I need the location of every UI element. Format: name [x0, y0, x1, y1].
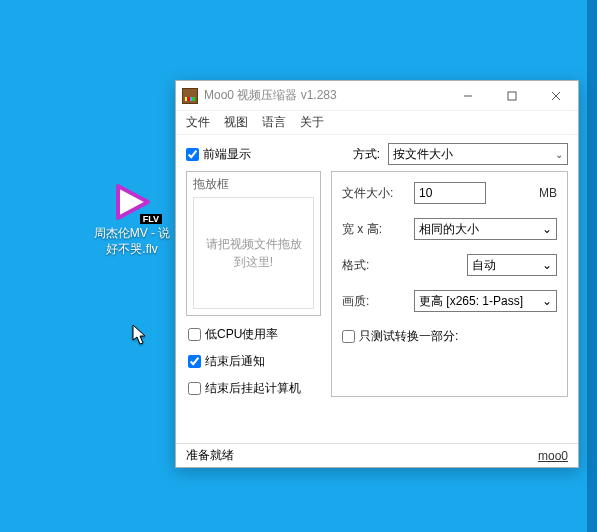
dropzone[interactable]: 拖放框 请把视频文件拖放到这里!: [186, 171, 321, 316]
app-window: Moo0 视频压缩器 v1.283 文件 视图 语言 关于 前端显示 方式:: [175, 80, 579, 468]
menu-language[interactable]: 语言: [262, 114, 286, 131]
mouse-cursor: [132, 324, 148, 346]
app-icon: [182, 88, 198, 104]
video-thumbnail: FLV: [108, 182, 156, 222]
moo0-link[interactable]: moo0: [538, 449, 568, 463]
menu-about[interactable]: 关于: [300, 114, 324, 131]
chevron-down-icon: ⌄: [555, 149, 563, 160]
filesize-unit: MB: [539, 186, 557, 200]
desktop-right-edge: [587, 0, 597, 532]
notify-label: 结束后通知: [205, 353, 265, 370]
low-cpu-input[interactable]: [188, 328, 201, 341]
dimension-label: 宽 x 高:: [342, 221, 406, 238]
notify-checkbox[interactable]: 结束后通知: [188, 353, 321, 370]
dimension-combobox[interactable]: 相同的大小 ⌄: [414, 218, 557, 240]
test-convert-checkbox[interactable]: 只测试转换一部分:: [342, 328, 458, 345]
minimize-button[interactable]: [446, 81, 490, 111]
chevron-down-icon: ⌄: [542, 222, 552, 236]
format-combobox[interactable]: 自动 ⌄: [467, 254, 557, 276]
dropzone-hint: 请把视频文件拖放到这里!: [193, 197, 314, 309]
filesize-input[interactable]: [414, 182, 486, 204]
quality-combobox[interactable]: 更高 [x265: 1-Pass] ⌄: [414, 290, 557, 312]
shutdown-label: 结束后挂起计算机: [205, 380, 301, 397]
maximize-button[interactable]: [490, 81, 534, 111]
status-text: 准备就绪: [186, 447, 234, 464]
menubar: 文件 视图 语言 关于: [176, 111, 578, 135]
front-display-label: 前端显示: [203, 146, 251, 163]
menu-view[interactable]: 视图: [224, 114, 248, 131]
test-convert-input[interactable]: [342, 330, 355, 343]
dropzone-title: 拖放框: [193, 176, 314, 193]
format-label: 格式:: [342, 257, 406, 274]
front-display-input[interactable]: [186, 148, 199, 161]
shutdown-checkbox[interactable]: 结束后挂起计算机: [188, 380, 321, 397]
settings-panel: 文件大小: MB 宽 x 高: 相同的大小 ⌄ 格式: 自动 ⌄: [331, 171, 568, 397]
method-combobox[interactable]: 按文件大小 ⌄: [388, 143, 568, 165]
shutdown-input[interactable]: [188, 382, 201, 395]
low-cpu-checkbox[interactable]: 低CPU使用率: [188, 326, 321, 343]
quality-value: 更高 [x265: 1-Pass]: [419, 293, 538, 310]
flv-badge: FLV: [140, 214, 162, 224]
method-value: 按文件大小: [393, 146, 453, 163]
file-label: 周杰伦MV - 说好不哭.flv: [88, 226, 176, 257]
svg-rect-2: [508, 92, 516, 100]
filesize-label: 文件大小:: [342, 185, 406, 202]
notify-input[interactable]: [188, 355, 201, 368]
quality-label: 画质:: [342, 293, 406, 310]
chevron-down-icon: ⌄: [542, 294, 552, 308]
window-title: Moo0 视频压缩器 v1.283: [204, 87, 446, 104]
dimension-value: 相同的大小: [419, 221, 479, 238]
method-label: 方式:: [353, 146, 380, 163]
desktop-file-icon[interactable]: FLV 周杰伦MV - 说好不哭.flv: [88, 182, 176, 257]
low-cpu-label: 低CPU使用率: [205, 326, 278, 343]
front-display-checkbox[interactable]: 前端显示: [186, 146, 251, 163]
menu-file[interactable]: 文件: [186, 114, 210, 131]
chevron-down-icon: ⌄: [542, 258, 552, 272]
format-value: 自动: [472, 257, 496, 274]
statusbar: 准备就绪 moo0: [176, 443, 578, 467]
close-button[interactable]: [534, 81, 578, 111]
test-convert-label: 只测试转换一部分:: [359, 328, 458, 345]
titlebar[interactable]: Moo0 视频压缩器 v1.283: [176, 81, 578, 111]
